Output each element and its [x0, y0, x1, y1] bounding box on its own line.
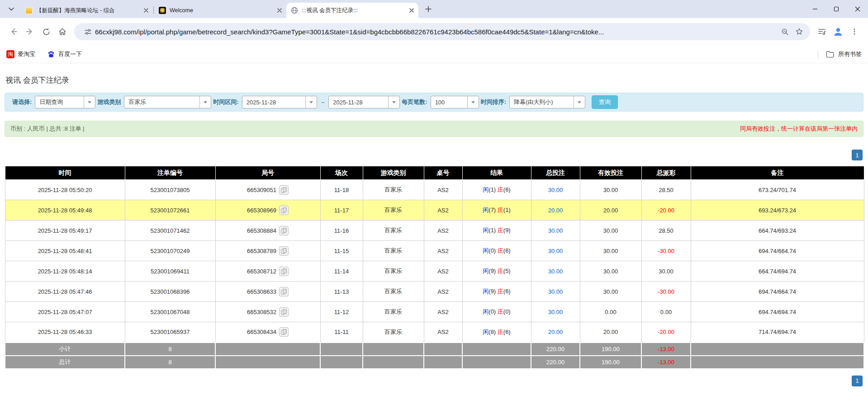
bet-id-cell: 523001073805: [125, 180, 215, 200]
pagination-bottom: 1: [0, 376, 863, 386]
date-from-select[interactable]: 2025-11-28: [242, 96, 317, 108]
profile-avatar-button[interactable]: [830, 23, 846, 40]
reload-button[interactable]: [38, 23, 54, 40]
round-result-icon[interactable]: [279, 327, 289, 337]
page-title: 视讯 会员下注纪录: [5, 75, 868, 85]
round-result-icon[interactable]: [279, 267, 289, 276]
browser-menu-button[interactable]: [846, 23, 863, 40]
summary-bar: 币别 : 人民币 | 总共 :8 注单 | 同局有效投注，统一计算在该局第一张注…: [5, 121, 863, 137]
url-text[interactable]: 66cxkj98.com/ipl/portal.php/game/betreco…: [95, 28, 778, 36]
query-type-select[interactable]: 日期查询: [35, 96, 95, 108]
kebab-menu-icon: [851, 28, 858, 35]
media-controls-button[interactable]: [814, 23, 830, 40]
tab-separator: [153, 6, 154, 14]
new-tab-button[interactable]: [422, 3, 435, 15]
total-bet-link[interactable]: 30.00: [548, 227, 563, 234]
zoom-button[interactable]: [778, 24, 792, 39]
tab-title: Welcome: [170, 7, 274, 14]
maximize-button[interactable]: [825, 0, 847, 18]
chevron-down-icon: [8, 6, 14, 12]
tab-search-button[interactable]: [5, 2, 18, 16]
valid-bet-cell: 30.00: [580, 282, 641, 302]
valid-bet-cell: 30.00: [580, 261, 641, 282]
round-number: 665308633: [247, 288, 276, 295]
time-range-label: 时间区间:: [213, 98, 238, 106]
bookmark-star-button[interactable]: [792, 24, 806, 39]
tab-close-button[interactable]: [142, 6, 150, 14]
totals-empty-cell: [691, 343, 864, 356]
tab-forum[interactable]: 【新提醒】海燕策略论坛 - 综合: [21, 3, 153, 18]
time-cell: 2025-11-28 05:49:48: [5, 200, 125, 221]
home-button[interactable]: [54, 23, 71, 40]
round-result-icon[interactable]: [279, 206, 289, 215]
all-bookmarks-label: 所有书签: [838, 50, 862, 58]
total-bet-link[interactable]: 30.00: [548, 288, 563, 295]
table-row: 2025-11-28 05:47:46523001068396665308633…: [5, 282, 864, 302]
session-cell: 11-14: [320, 261, 363, 282]
result-cell: 闲(0) 庄(0): [462, 302, 531, 322]
minimize-button[interactable]: [804, 0, 825, 18]
subtotal-row: 小计8220.00190.00-13.00: [5, 343, 864, 356]
result-cell: 闲(9) 庄(5): [462, 261, 531, 282]
player-count: (1): [489, 227, 498, 234]
round-cell: 665308969: [215, 200, 320, 221]
table-no-cell: AS2: [424, 200, 462, 221]
round-result-icon[interactable]: [279, 185, 289, 195]
player-count: (0): [489, 247, 498, 254]
round-cell: 665308884: [215, 221, 320, 241]
tab-close-button[interactable]: [408, 6, 416, 14]
total-bet-link[interactable]: 20.00: [548, 329, 563, 335]
table-row: 2025-11-28 05:49:17523001071462665308884…: [5, 221, 864, 241]
tab-title: 【新提醒】海燕策略论坛 - 综合: [36, 7, 140, 14]
payout-cell: -20.00: [641, 322, 691, 343]
header-result: 结果: [462, 166, 531, 180]
sort-select[interactable]: 降幕(由大到小): [509, 96, 585, 108]
bet-records-table: 时间 注单编号 局号 场次 游戏类别 桌号 结果 总投注 有效投注 总派彩 备注…: [5, 166, 864, 369]
address-bar[interactable]: 66cxkj98.com/ipl/portal.php/game/betreco…: [74, 23, 810, 40]
all-bookmarks[interactable]: 所有书签: [818, 50, 862, 59]
star-icon: [795, 28, 803, 36]
round-result-icon[interactable]: [279, 246, 289, 256]
total-bet-link[interactable]: 30.00: [548, 268, 563, 275]
round-result-icon[interactable]: [279, 307, 289, 317]
table-row: 2025-11-28 05:50:20523001073805665309051…: [5, 180, 864, 200]
close-window-button[interactable]: [847, 0, 868, 18]
time-cell: 2025-11-28 05:48:41: [5, 241, 125, 261]
table-no-cell: AS2: [424, 221, 462, 241]
totals-empty-cell: [215, 356, 320, 369]
game-type-cell: 百家乐: [363, 302, 424, 322]
forward-button[interactable]: [22, 23, 38, 40]
player-result: 闲: [483, 308, 489, 315]
totals-count-cell: 8: [125, 356, 215, 369]
per-page-select[interactable]: 100: [431, 96, 479, 108]
back-button[interactable]: [5, 23, 22, 40]
table-no-cell: AS2: [424, 302, 462, 322]
total-bet-link[interactable]: 30.00: [548, 309, 563, 315]
tab-bet-records-active[interactable]: :::视讯 会员下注纪录:::: [286, 3, 418, 18]
page-1-button[interactable]: 1: [852, 150, 863, 160]
tab-welcome[interactable]: Welcome: [154, 3, 286, 18]
round-number: 665308789: [247, 248, 276, 254]
header-time: 时间: [5, 166, 125, 180]
totals-empty-cell: [462, 343, 531, 356]
round-result-icon[interactable]: [279, 226, 289, 235]
baidu-paw-icon: [47, 50, 55, 58]
date-to-select[interactable]: 2025-11-28: [328, 96, 400, 108]
total-bet-link[interactable]: 30.00: [548, 187, 563, 193]
tab-close-button[interactable]: [275, 6, 284, 14]
bet-id-cell: 523001072661: [125, 200, 215, 221]
search-button[interactable]: 查询: [592, 95, 618, 109]
bet-id-cell: 523001070249: [125, 241, 215, 261]
table-row: 2025-11-28 05:46:33523001065937665308434…: [5, 322, 864, 343]
result-cell: 闲(7) 庄(1): [462, 200, 531, 221]
round-result-icon[interactable]: [279, 287, 289, 296]
total-bet-link[interactable]: 30.00: [548, 248, 563, 254]
total-bet-link[interactable]: 20.00: [548, 207, 563, 214]
game-type-select[interactable]: 百家乐: [124, 96, 211, 108]
bookmark-baidu[interactable]: 百度一下: [47, 50, 82, 58]
site-settings-button[interactable]: [81, 24, 95, 39]
bookmark-taobao[interactable]: 淘 爱淘宝: [6, 50, 35, 58]
note-cell: 714.74/694.74: [691, 322, 864, 343]
bet-id-cell: 523001065937: [125, 322, 215, 343]
page-1-button[interactable]: 1: [852, 376, 863, 386]
